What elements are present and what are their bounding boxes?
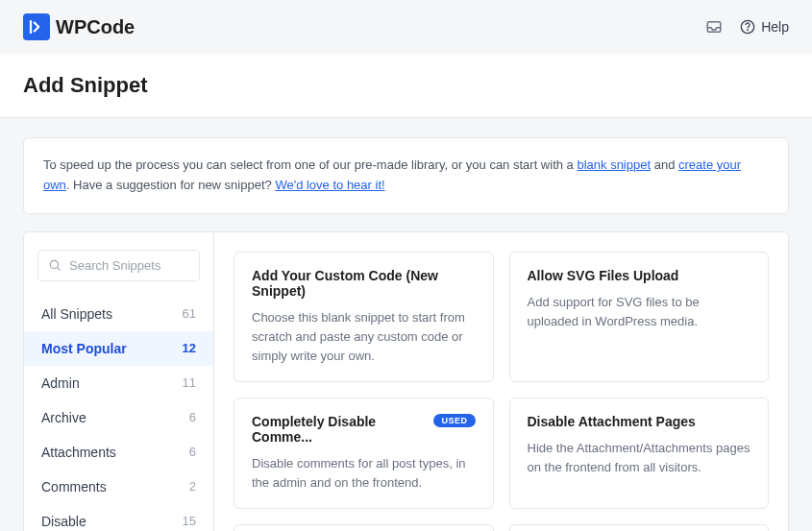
suggestion-link[interactable]: We'd love to hear it! bbox=[275, 178, 384, 192]
snippet-card[interactable]: Disable Attachment Pages Hide the Attach… bbox=[509, 398, 770, 509]
intro-text-1: To speed up the process you can select f… bbox=[43, 157, 577, 172]
used-badge: USED bbox=[433, 414, 475, 427]
svg-point-3 bbox=[748, 30, 749, 31]
snippet-title: Add Your Custom Code (New Snippet) bbox=[252, 268, 476, 299]
cat-label: Disable bbox=[41, 514, 86, 529]
help-icon bbox=[740, 19, 755, 35]
snippet-grid: Add Your Custom Code (New Snippet) Choos… bbox=[234, 252, 769, 531]
sidebar-item-admin[interactable]: Admin 11 bbox=[24, 366, 213, 400]
snippet-card[interactable]: Disable Automatic Updates Emails Stop ge… bbox=[509, 524, 770, 531]
sidebar-item-comments[interactable]: Comments 2 bbox=[24, 470, 213, 504]
cat-count: 11 bbox=[183, 375, 196, 390]
cat-count: 15 bbox=[183, 514, 196, 528]
cat-count: 2 bbox=[189, 479, 196, 494]
snippet-desc: Choose this blank snippet to start from … bbox=[252, 308, 476, 366]
snippets-area: Add Your Custom Code (New Snippet) Choos… bbox=[214, 232, 788, 531]
snippet-card[interactable]: Disable Automatic Updates Use this snipp… bbox=[234, 524, 494, 531]
snippet-desc: Add support for SVG files to be uploaded… bbox=[528, 293, 751, 331]
header-actions: Help bbox=[705, 18, 789, 36]
help-label: Help bbox=[761, 19, 789, 35]
snippet-card[interactable]: Add Your Custom Code (New Snippet) Choos… bbox=[234, 252, 494, 382]
inbox-icon[interactable] bbox=[705, 18, 723, 36]
cat-label: Attachments bbox=[41, 445, 116, 460]
intro-text-2: and bbox=[651, 157, 678, 172]
category-list: All Snippets 61 Most Popular 12 Admin 11… bbox=[24, 297, 213, 531]
snippet-desc: Disable comments for all post types, in … bbox=[252, 454, 476, 493]
brand-text: WPCode bbox=[56, 16, 135, 38]
snippet-card[interactable]: Completely Disable Comme... USED Disable… bbox=[234, 398, 494, 509]
search-icon bbox=[48, 258, 62, 272]
sidebar-item-archive[interactable]: Archive 6 bbox=[24, 400, 213, 435]
svg-point-4 bbox=[50, 260, 58, 268]
search-wrap bbox=[24, 250, 213, 297]
sidebar-item-attachments[interactable]: Attachments 6 bbox=[24, 435, 213, 470]
cat-count: 12 bbox=[183, 341, 196, 355]
cat-count: 6 bbox=[189, 445, 196, 459]
snippet-title: Allow SVG Files Upload bbox=[528, 268, 679, 283]
search-input[interactable] bbox=[69, 258, 189, 273]
search-box[interactable] bbox=[37, 250, 200, 281]
sidebar: All Snippets 61 Most Popular 12 Admin 11… bbox=[24, 232, 214, 531]
page-title: Add Snippet bbox=[23, 73, 789, 98]
cat-label: Comments bbox=[41, 479, 107, 495]
cat-label: Most Popular bbox=[41, 341, 127, 356]
snippet-desc: Hide the Attachment/Attachments pages on… bbox=[528, 439, 751, 477]
blank-snippet-link[interactable]: blank snippet bbox=[577, 157, 651, 172]
intro-box: To speed up the process you can select f… bbox=[23, 137, 789, 214]
intro-text-3: . Have a suggestion for new snippet? bbox=[66, 178, 276, 192]
help-link[interactable]: Help bbox=[740, 19, 789, 35]
cat-label: All Snippets bbox=[41, 306, 112, 322]
page-title-bar: Add Snippet bbox=[0, 54, 812, 118]
snippet-title: Disable Attachment Pages bbox=[528, 414, 696, 429]
sidebar-item-all-snippets[interactable]: All Snippets 61 bbox=[24, 297, 213, 331]
brand-icon bbox=[23, 13, 50, 40]
sidebar-item-disable[interactable]: Disable 15 bbox=[24, 504, 213, 531]
cat-count: 6 bbox=[189, 410, 196, 424]
cat-count: 61 bbox=[183, 306, 196, 321]
cat-label: Admin bbox=[41, 375, 80, 391]
content-wrapper: To speed up the process you can select f… bbox=[0, 118, 812, 531]
main-panel: All Snippets 61 Most Popular 12 Admin 11… bbox=[23, 231, 789, 531]
svg-line-5 bbox=[58, 268, 61, 271]
snippet-card[interactable]: Allow SVG Files Upload Add support for S… bbox=[509, 252, 770, 382]
sidebar-item-most-popular[interactable]: Most Popular 12 bbox=[24, 331, 213, 366]
brand-logo[interactable]: WPCode bbox=[23, 13, 135, 40]
snippet-title: Completely Disable Comme... bbox=[252, 414, 433, 445]
cat-label: Archive bbox=[41, 410, 86, 425]
app-header: WPCode Help bbox=[0, 0, 812, 54]
